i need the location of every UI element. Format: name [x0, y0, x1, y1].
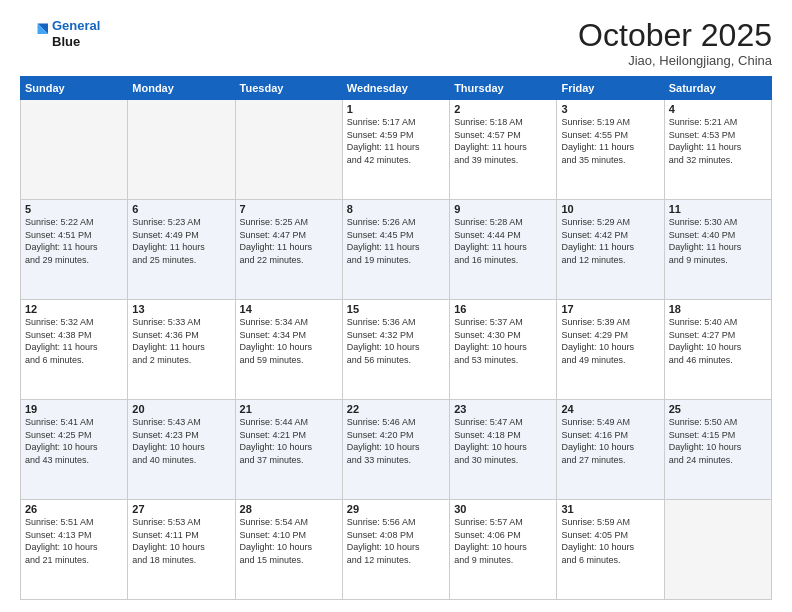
day-number: 18	[669, 303, 767, 315]
day-info: Sunrise: 5:50 AM Sunset: 4:15 PM Dayligh…	[669, 416, 767, 466]
weekday-header-friday: Friday	[557, 77, 664, 100]
calendar-day-cell: 29Sunrise: 5:56 AM Sunset: 4:08 PM Dayli…	[342, 500, 449, 600]
calendar-day-cell: 15Sunrise: 5:36 AM Sunset: 4:32 PM Dayli…	[342, 300, 449, 400]
day-info: Sunrise: 5:56 AM Sunset: 4:08 PM Dayligh…	[347, 516, 445, 566]
day-number: 21	[240, 403, 338, 415]
day-number: 14	[240, 303, 338, 315]
calendar-day-cell: 9Sunrise: 5:28 AM Sunset: 4:44 PM Daylig…	[450, 200, 557, 300]
day-number: 11	[669, 203, 767, 215]
day-info: Sunrise: 5:26 AM Sunset: 4:45 PM Dayligh…	[347, 216, 445, 266]
calendar-day-cell: 7Sunrise: 5:25 AM Sunset: 4:47 PM Daylig…	[235, 200, 342, 300]
weekday-header-wednesday: Wednesday	[342, 77, 449, 100]
calendar-table: SundayMondayTuesdayWednesdayThursdayFrid…	[20, 76, 772, 600]
day-info: Sunrise: 5:34 AM Sunset: 4:34 PM Dayligh…	[240, 316, 338, 366]
calendar-day-cell: 8Sunrise: 5:26 AM Sunset: 4:45 PM Daylig…	[342, 200, 449, 300]
calendar-day-cell: 1Sunrise: 5:17 AM Sunset: 4:59 PM Daylig…	[342, 100, 449, 200]
day-number: 25	[669, 403, 767, 415]
day-number: 24	[561, 403, 659, 415]
day-info: Sunrise: 5:54 AM Sunset: 4:10 PM Dayligh…	[240, 516, 338, 566]
day-info: Sunrise: 5:44 AM Sunset: 4:21 PM Dayligh…	[240, 416, 338, 466]
day-info: Sunrise: 5:21 AM Sunset: 4:53 PM Dayligh…	[669, 116, 767, 166]
day-info: Sunrise: 5:32 AM Sunset: 4:38 PM Dayligh…	[25, 316, 123, 366]
page: General Blue October 2025 Jiao, Heilongj…	[0, 0, 792, 612]
day-info: Sunrise: 5:37 AM Sunset: 4:30 PM Dayligh…	[454, 316, 552, 366]
calendar-empty-cell	[21, 100, 128, 200]
day-number: 2	[454, 103, 552, 115]
calendar-day-cell: 3Sunrise: 5:19 AM Sunset: 4:55 PM Daylig…	[557, 100, 664, 200]
calendar-day-cell: 11Sunrise: 5:30 AM Sunset: 4:40 PM Dayli…	[664, 200, 771, 300]
day-number: 22	[347, 403, 445, 415]
day-info: Sunrise: 5:29 AM Sunset: 4:42 PM Dayligh…	[561, 216, 659, 266]
calendar-day-cell: 20Sunrise: 5:43 AM Sunset: 4:23 PM Dayli…	[128, 400, 235, 500]
calendar-empty-cell	[235, 100, 342, 200]
calendar-empty-cell	[128, 100, 235, 200]
day-info: Sunrise: 5:41 AM Sunset: 4:25 PM Dayligh…	[25, 416, 123, 466]
day-info: Sunrise: 5:51 AM Sunset: 4:13 PM Dayligh…	[25, 516, 123, 566]
calendar-day-cell: 21Sunrise: 5:44 AM Sunset: 4:21 PM Dayli…	[235, 400, 342, 500]
calendar-day-cell: 2Sunrise: 5:18 AM Sunset: 4:57 PM Daylig…	[450, 100, 557, 200]
day-info: Sunrise: 5:59 AM Sunset: 4:05 PM Dayligh…	[561, 516, 659, 566]
calendar-day-cell: 25Sunrise: 5:50 AM Sunset: 4:15 PM Dayli…	[664, 400, 771, 500]
calendar-day-cell: 13Sunrise: 5:33 AM Sunset: 4:36 PM Dayli…	[128, 300, 235, 400]
calendar-day-cell: 30Sunrise: 5:57 AM Sunset: 4:06 PM Dayli…	[450, 500, 557, 600]
day-number: 27	[132, 503, 230, 515]
calendar-week-row: 26Sunrise: 5:51 AM Sunset: 4:13 PM Dayli…	[21, 500, 772, 600]
day-info: Sunrise: 5:23 AM Sunset: 4:49 PM Dayligh…	[132, 216, 230, 266]
day-info: Sunrise: 5:30 AM Sunset: 4:40 PM Dayligh…	[669, 216, 767, 266]
day-number: 23	[454, 403, 552, 415]
weekday-header-saturday: Saturday	[664, 77, 771, 100]
weekday-header-sunday: Sunday	[21, 77, 128, 100]
weekday-header-tuesday: Tuesday	[235, 77, 342, 100]
day-number: 17	[561, 303, 659, 315]
day-number: 8	[347, 203, 445, 215]
day-info: Sunrise: 5:49 AM Sunset: 4:16 PM Dayligh…	[561, 416, 659, 466]
calendar-day-cell: 12Sunrise: 5:32 AM Sunset: 4:38 PM Dayli…	[21, 300, 128, 400]
day-info: Sunrise: 5:57 AM Sunset: 4:06 PM Dayligh…	[454, 516, 552, 566]
calendar-day-cell: 22Sunrise: 5:46 AM Sunset: 4:20 PM Dayli…	[342, 400, 449, 500]
day-number: 4	[669, 103, 767, 115]
weekday-header-thursday: Thursday	[450, 77, 557, 100]
day-info: Sunrise: 5:18 AM Sunset: 4:57 PM Dayligh…	[454, 116, 552, 166]
calendar-day-cell: 14Sunrise: 5:34 AM Sunset: 4:34 PM Dayli…	[235, 300, 342, 400]
calendar-empty-cell	[664, 500, 771, 600]
day-info: Sunrise: 5:43 AM Sunset: 4:23 PM Dayligh…	[132, 416, 230, 466]
calendar-day-cell: 5Sunrise: 5:22 AM Sunset: 4:51 PM Daylig…	[21, 200, 128, 300]
logo: General Blue	[20, 18, 100, 49]
day-number: 16	[454, 303, 552, 315]
day-number: 20	[132, 403, 230, 415]
day-info: Sunrise: 5:53 AM Sunset: 4:11 PM Dayligh…	[132, 516, 230, 566]
day-info: Sunrise: 5:36 AM Sunset: 4:32 PM Dayligh…	[347, 316, 445, 366]
calendar-day-cell: 31Sunrise: 5:59 AM Sunset: 4:05 PM Dayli…	[557, 500, 664, 600]
day-number: 1	[347, 103, 445, 115]
day-number: 19	[25, 403, 123, 415]
calendar-day-cell: 26Sunrise: 5:51 AM Sunset: 4:13 PM Dayli…	[21, 500, 128, 600]
logo-icon	[20, 20, 48, 48]
title-block: October 2025 Jiao, Heilongjiang, China	[578, 18, 772, 68]
weekday-header-row: SundayMondayTuesdayWednesdayThursdayFrid…	[21, 77, 772, 100]
day-number: 12	[25, 303, 123, 315]
day-info: Sunrise: 5:40 AM Sunset: 4:27 PM Dayligh…	[669, 316, 767, 366]
day-info: Sunrise: 5:47 AM Sunset: 4:18 PM Dayligh…	[454, 416, 552, 466]
day-number: 26	[25, 503, 123, 515]
day-number: 15	[347, 303, 445, 315]
calendar-day-cell: 18Sunrise: 5:40 AM Sunset: 4:27 PM Dayli…	[664, 300, 771, 400]
day-info: Sunrise: 5:33 AM Sunset: 4:36 PM Dayligh…	[132, 316, 230, 366]
calendar-day-cell: 10Sunrise: 5:29 AM Sunset: 4:42 PM Dayli…	[557, 200, 664, 300]
header: General Blue October 2025 Jiao, Heilongj…	[20, 18, 772, 68]
calendar-day-cell: 19Sunrise: 5:41 AM Sunset: 4:25 PM Dayli…	[21, 400, 128, 500]
day-number: 30	[454, 503, 552, 515]
day-number: 5	[25, 203, 123, 215]
calendar-week-row: 1Sunrise: 5:17 AM Sunset: 4:59 PM Daylig…	[21, 100, 772, 200]
calendar-day-cell: 16Sunrise: 5:37 AM Sunset: 4:30 PM Dayli…	[450, 300, 557, 400]
day-info: Sunrise: 5:39 AM Sunset: 4:29 PM Dayligh…	[561, 316, 659, 366]
calendar-day-cell: 4Sunrise: 5:21 AM Sunset: 4:53 PM Daylig…	[664, 100, 771, 200]
day-number: 9	[454, 203, 552, 215]
day-number: 31	[561, 503, 659, 515]
day-number: 28	[240, 503, 338, 515]
calendar-week-row: 19Sunrise: 5:41 AM Sunset: 4:25 PM Dayli…	[21, 400, 772, 500]
calendar-day-cell: 27Sunrise: 5:53 AM Sunset: 4:11 PM Dayli…	[128, 500, 235, 600]
calendar-day-cell: 24Sunrise: 5:49 AM Sunset: 4:16 PM Dayli…	[557, 400, 664, 500]
month-title: October 2025	[578, 18, 772, 53]
day-number: 13	[132, 303, 230, 315]
day-info: Sunrise: 5:46 AM Sunset: 4:20 PM Dayligh…	[347, 416, 445, 466]
